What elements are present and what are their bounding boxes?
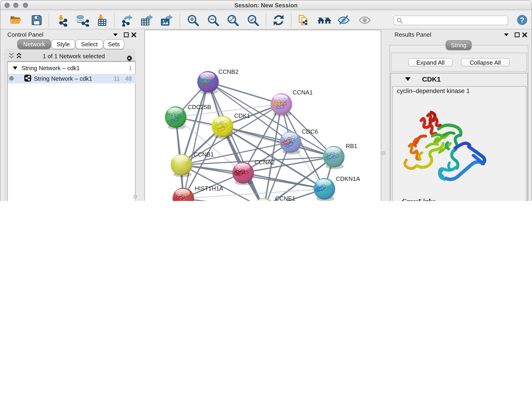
svg-text:CCNA2: CCNA2 — [254, 159, 275, 166]
svg-text:HIST1H1A: HIST1H1A — [195, 185, 223, 192]
svg-text:CDC25B: CDC25B — [188, 104, 211, 110]
svg-text:CDK1: CDK1 — [234, 112, 250, 119]
svg-text:RB1: RB1 — [346, 143, 357, 149]
svg-text:CCNA1: CCNA1 — [293, 89, 313, 96]
svg-text:CDKN1A: CDKN1A — [336, 175, 360, 182]
svg-text:?: ? — [520, 16, 525, 24]
svg-text:CCNB1: CCNB1 — [194, 151, 214, 158]
svg-text:CCNE1: CCNE1 — [275, 195, 295, 201]
svg-text:CDC6: CDC6 — [302, 128, 318, 135]
svg-text:CCNB2: CCNB2 — [218, 68, 239, 75]
